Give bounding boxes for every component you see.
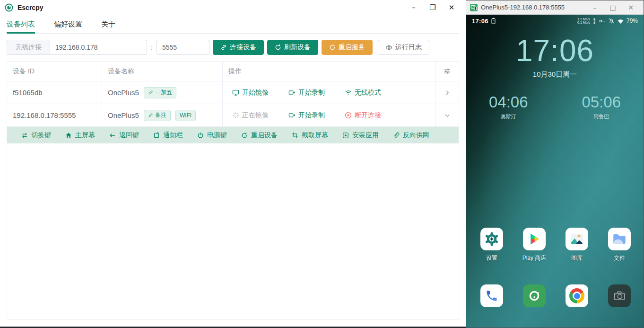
play-store-icon — [527, 232, 541, 246]
device-remark-tag[interactable]: 备注 — [144, 110, 171, 121]
screenshot-button[interactable]: 截取屏幕 — [292, 131, 328, 140]
ip-port-separator: : — [151, 44, 153, 51]
switch-icon — [21, 132, 28, 139]
device-id: 192.168.0.178:5555 — [7, 104, 102, 127]
app-play-store[interactable]: Play 商店 — [513, 228, 556, 262]
mirror-minimize-button[interactable]: – — [586, 1, 604, 14]
app-community[interactable] — [513, 284, 556, 307]
ip-address-input[interactable] — [50, 40, 147, 55]
app-title: Escrcpy — [17, 4, 43, 11]
start-record-link[interactable]: 开始录制 — [288, 89, 325, 97]
app-camera[interactable] — [598, 284, 641, 307]
edit-icon — [148, 90, 153, 95]
mirror-close-button[interactable]: ✕ — [622, 1, 640, 14]
connect-device-button[interactable]: 连接设备 — [213, 40, 264, 55]
paperclip-icon — [393, 132, 400, 139]
reboot-device-button[interactable]: 重启设备 — [241, 131, 278, 140]
wifi-icon — [345, 89, 352, 96]
notification-button[interactable]: 通知栏 — [153, 131, 183, 140]
circle-x-icon — [345, 112, 352, 119]
app-files[interactable]: 文件 — [598, 228, 641, 262]
operations-cell: 开始镜像 开始录制 — [223, 81, 435, 104]
device-control-toolbar: 切换键 主屏幕 返回键 — [7, 127, 459, 143]
home-apps-row: 设置 Play 商店 — [470, 228, 641, 262]
app-label: 设置 — [486, 254, 497, 262]
disconnect-link[interactable]: 断开连接 — [345, 111, 381, 120]
header-device-id: 设备 ID — [7, 62, 102, 81]
header-operations: 操作 — [223, 62, 435, 81]
column-settings-button[interactable] — [435, 62, 459, 81]
restart-service-button[interactable]: 重启服务 — [322, 40, 373, 55]
wireless-mode-link[interactable]: 无线模式 — [345, 89, 381, 97]
device-id: f51065db — [7, 81, 102, 104]
tab-about[interactable]: 关于 — [101, 15, 115, 33]
collapse-row-button[interactable] — [435, 104, 459, 127]
wireless-address-group: 无线连接 — [7, 40, 147, 55]
table-header-row: 设备 ID 设备名称 操作 — [7, 62, 459, 81]
world-clock-widget: 04:06 奥斯汀 05:06 阿鲁巴 — [466, 94, 644, 120]
clock-date: 10月30日周一 — [466, 70, 644, 79]
mirroring-status: 正在镜像 — [232, 111, 269, 120]
app-label: 文件 — [614, 254, 625, 262]
reverse-tether-button[interactable]: 反向供网 — [393, 131, 429, 140]
start-mirror-link[interactable]: 开始镜像 — [232, 89, 269, 97]
table-row: 192.168.0.178:5555 OnePlus5 备注 WIFI — [7, 104, 459, 127]
wireless-connect-label: 无线连接 — [7, 40, 50, 55]
camera-icon — [612, 289, 627, 303]
crop-icon — [292, 132, 298, 139]
table-row: f51065db OnePlus5 一加五 — [7, 81, 459, 104]
tab-preferences[interactable]: 偏好设置 — [54, 15, 82, 33]
table-body: f51065db OnePlus5 一加五 — [7, 81, 459, 127]
header-device-name: 设备名称 — [102, 62, 223, 81]
dock-apps-row — [470, 284, 641, 307]
refresh-icon — [275, 44, 281, 51]
back-button[interactable]: 返回键 — [109, 131, 139, 140]
home-button[interactable]: 主屏幕 — [65, 131, 95, 140]
video-camera-icon — [288, 89, 296, 96]
power-icon — [197, 132, 204, 139]
community-ring-icon — [527, 289, 541, 303]
gallery-icon — [569, 231, 585, 247]
app-chrome[interactable] — [556, 284, 598, 307]
phone-screen[interactable]: 17:06 1.2 Mb/s 0.1 Mb/s — [466, 15, 644, 328]
maximize-button[interactable]: ❐ — [423, 0, 442, 15]
wifi-status-icon — [617, 18, 624, 24]
mirror-maximize-button[interactable]: □ — [604, 1, 622, 14]
reboot-icon — [241, 132, 248, 139]
app-label: Play 商店 — [522, 254, 547, 262]
device-name-cell: OnePlus5 备注 WIFI — [102, 104, 223, 127]
world-clock: 04:06 奥斯汀 — [489, 94, 528, 120]
switch-key-button[interactable]: 切换键 — [21, 131, 51, 140]
connection-bar: 无线连接 : 连接设备 刷新设备 — [0, 34, 466, 55]
mirror-window-title: OnePlus5-192.168.0.178:5555 — [481, 4, 586, 11]
app-phone-dialer[interactable] — [470, 284, 513, 307]
escrcpy-window: Escrcpy – ❐ ✕ 设备列表 偏好设置 关于 无线连接 : 连接设备 — [0, 0, 466, 327]
chevron-down-icon — [444, 112, 451, 119]
start-record-link[interactable]: 开始录制 — [288, 111, 325, 120]
app-settings[interactable]: 设置 — [470, 228, 513, 262]
close-button[interactable]: ✕ — [442, 0, 461, 15]
battery-icon — [491, 18, 496, 24]
video-camera-icon — [288, 112, 296, 119]
device-remark-tag[interactable]: 一加五 — [144, 87, 176, 98]
monitor-icon — [232, 89, 239, 96]
minimize-button[interactable]: – — [404, 0, 423, 15]
install-app-button[interactable]: 安装应用 — [342, 131, 379, 140]
clock-time: 17:06 — [466, 35, 644, 66]
escrcpy-logo-icon — [5, 3, 13, 12]
key-icon — [599, 18, 606, 24]
port-input[interactable] — [157, 40, 209, 55]
app-label: 图库 — [571, 254, 583, 262]
refresh-devices-button[interactable]: 刷新设备 — [267, 40, 318, 55]
app-gallery[interactable]: 图库 — [556, 228, 598, 262]
tab-device-list[interactable]: 设备列表 — [7, 15, 35, 33]
scrcpy-window-icon — [470, 4, 478, 11]
bell-muted-icon — [608, 18, 615, 24]
back-arrow-icon — [109, 132, 116, 139]
expand-row-button[interactable] — [435, 81, 459, 104]
run-logs-button[interactable]: 运行日志 — [378, 40, 429, 55]
power-button[interactable]: 电源键 — [197, 131, 227, 140]
wifi-tag: WIFI — [175, 110, 196, 121]
tab-bar: 设备列表 偏好设置 关于 — [7, 15, 459, 34]
settings-gear-icon — [483, 230, 500, 248]
